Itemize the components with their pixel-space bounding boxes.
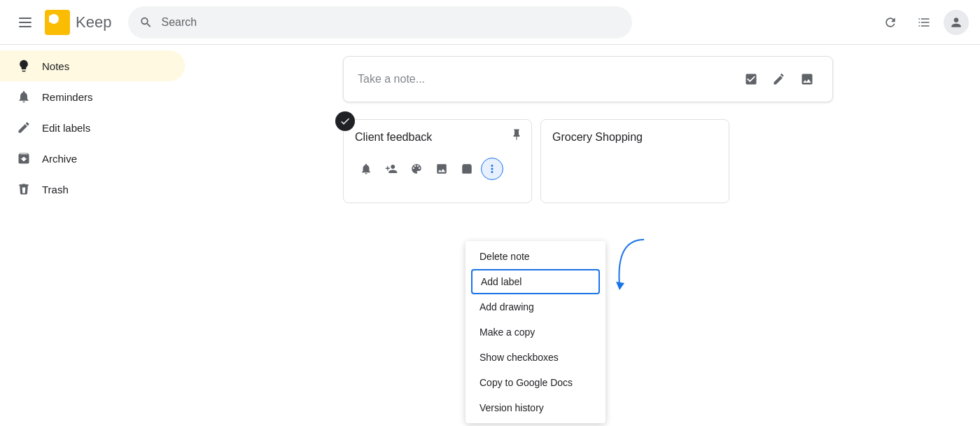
note-more-button[interactable] [481,158,503,180]
context-menu-item-make-copy[interactable]: Make a copy [465,320,606,345]
sidebar-edit-labels-label: Edit labels [42,122,90,134]
sidebar-trash-label: Trash [42,184,69,195]
search-icon [139,15,153,29]
layout-toggle-button[interactable] [910,8,938,36]
app-logo[interactable]: Keep [45,10,111,35]
new-checklist-button[interactable] [740,68,762,90]
app-name: Keep [76,13,111,32]
sidebar-reminders-label: Reminders [42,91,93,103]
svg-marker-3 [616,282,624,290]
sidebar-item-archive[interactable]: Archive [0,143,185,174]
bell-icon [17,90,31,104]
take-note-placeholder: Take a note... [358,73,740,85]
note-reminder-button[interactable] [355,158,377,180]
new-drawing-button[interactable] [768,68,790,90]
note-pin-icon[interactable] [510,128,523,144]
sidebar-item-trash[interactable]: Trash [0,174,185,205]
app-header: Keep [0,0,980,45]
context-menu: Delete note Add label Add drawing Make a… [465,241,606,423]
sidebar-item-notes[interactable]: Notes [0,50,185,81]
context-menu-item-version-history[interactable]: Version history [465,395,606,420]
context-menu-arrow [609,233,651,296]
archive-icon [17,151,31,165]
sidebar-item-reminders[interactable]: Reminders [0,81,185,112]
search-bar[interactable] [128,6,632,39]
note-title-client-feedback: Client feedback [355,131,520,144]
refresh-button[interactable] [876,8,904,36]
take-note-actions [740,68,818,90]
sidebar-item-edit-labels[interactable]: Edit labels [0,112,185,143]
context-menu-item-delete-note[interactable]: Delete note [465,244,606,269]
note-card-client-feedback[interactable]: Client feedback [343,119,532,203]
logo-icon [45,10,70,35]
note-add-person-button[interactable] [380,158,402,180]
note-title-grocery-shopping: Grocery Shopping [552,131,718,144]
note-add-image-button[interactable] [430,158,453,180]
trash-icon [17,182,31,196]
take-note-bar[interactable]: Take a note... [343,56,833,102]
main-content: Take a note... [196,45,980,426]
note-card-grocery-shopping[interactable]: Grocery Shopping [540,119,729,203]
user-avatar[interactable] [944,10,969,35]
note-color-button[interactable] [405,158,428,180]
context-menu-item-copy-to-docs[interactable]: Copy to Google Docs [465,370,606,395]
svg-rect-0 [19,18,31,19]
note-check-mark [335,111,355,131]
edit-icon [17,121,31,135]
sidebar-archive-label: Archive [42,153,77,165]
note-card-footer [355,152,520,180]
hamburger-menu-button[interactable] [11,8,39,36]
sidebar-notes-label: Notes [42,60,69,72]
sidebar: Notes Reminders Edit labels Archive [0,45,196,426]
note-archive-button[interactable] [456,158,478,180]
context-menu-item-add-label[interactable]: Add label [471,269,600,294]
app-body: Notes Reminders Edit labels Archive [0,45,980,426]
svg-rect-1 [19,22,31,23]
new-image-button[interactable] [796,68,818,90]
lightbulb-icon [17,59,31,73]
context-menu-item-add-drawing[interactable]: Add drawing [465,294,606,320]
context-menu-item-show-checkboxes[interactable]: Show checkboxes [465,345,606,370]
svg-rect-2 [19,26,31,27]
header-actions [876,8,969,36]
search-input[interactable] [161,16,621,29]
notes-grid: Client feedback [343,119,833,203]
